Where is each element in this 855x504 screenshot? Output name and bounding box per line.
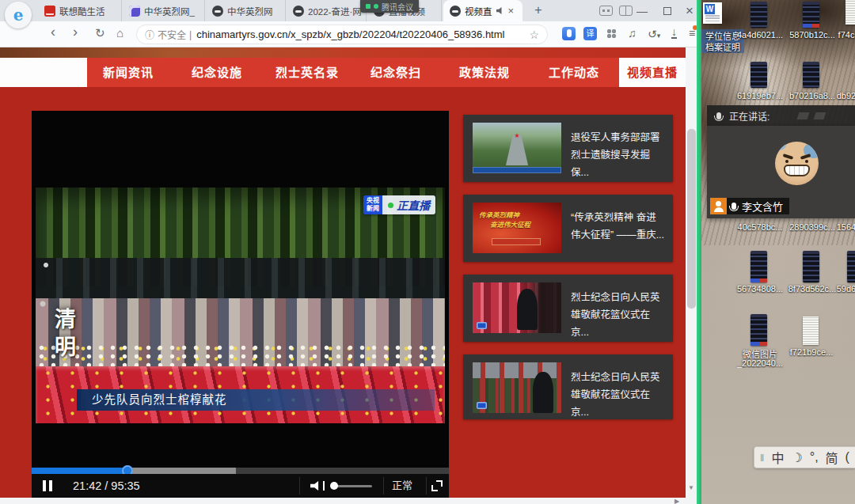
meeting-participant-tile[interactable]: 李文含竹 <box>707 126 855 218</box>
video-title[interactable]: “传承英烈精神 奋进伟大征程” ——重庆... <box>571 210 666 244</box>
video-thumbnail-wreaths[interactable] <box>473 282 561 333</box>
file-label[interactable]: 档案证明 <box>701 40 744 53</box>
tab-martyrs-net-2[interactable]: 中华英烈网 <box>206 0 286 21</box>
video-frame[interactable]: 央视 新闻 正直播 清明 少先队员向烈士棺椁献花 <box>36 188 445 423</box>
video-player[interactable]: 央视 新闻 正直播 清明 少先队员向烈士棺椁献花 <box>32 111 449 498</box>
nav-item-work-trends[interactable]: 工作动态 <box>549 58 599 87</box>
file-label[interactable]: 40c578bc... <box>735 222 785 232</box>
home-icon[interactable]: ⌂ <box>116 26 124 40</box>
file-label[interactable]: db92 <box>834 91 855 100</box>
horizontal-scrollbar[interactable]: ▶ <box>0 498 697 504</box>
video-title[interactable]: 退役军人事务部部署烈士遗骸搜寻发掘保... <box>571 130 666 182</box>
back-icon[interactable]: ‹ <box>51 24 55 40</box>
ime-shape-toggle[interactable]: ☽ <box>791 450 802 465</box>
image-file-icon[interactable] <box>803 62 819 88</box>
image-file-icon[interactable] <box>750 62 767 88</box>
related-video-card[interactable]: 烈士纪念日向人民英雄敬献花篮仪式在京... <box>463 275 673 342</box>
volume-knob[interactable] <box>330 482 338 490</box>
browser-assistant-icon[interactable] <box>599 6 613 16</box>
file-label[interactable]: 4a4d6021... <box>735 30 785 40</box>
scroll-down-icon[interactable]: ▼ <box>688 484 694 491</box>
extensions-icon[interactable] <box>606 28 618 40</box>
file-label[interactable]: _2022040... <box>728 358 792 368</box>
reload-icon[interactable]: ↻ <box>95 26 105 40</box>
ime-punctuation-toggle[interactable]: °, <box>810 450 819 464</box>
ime-extra[interactable]: ( <box>846 450 849 464</box>
ime-language-toggle[interactable]: 中 <box>771 448 784 467</box>
tab-close-icon[interactable]: × <box>508 6 515 16</box>
translate-icon[interactable]: 译 <box>583 27 597 40</box>
playback-speed-button[interactable]: 正常 <box>392 474 412 498</box>
file-label[interactable]: 1564 <box>834 222 855 232</box>
related-video-card[interactable]: 传承英烈精神 奋进伟大征程 “传承英烈精神 奋进伟大征程” ——重庆... <box>463 195 673 262</box>
divider <box>383 477 384 495</box>
file-label[interactable]: 5870b12c... <box>787 30 838 40</box>
download-icon[interactable]: ↓ <box>671 27 677 39</box>
vertical-scrollbar[interactable]: ▼ <box>686 47 697 498</box>
related-video-card[interactable]: 烈士纪念日向人民英雄敬献花篮仪式在京... <box>463 354 673 419</box>
file-label[interactable]: 61919eb7... <box>735 91 785 100</box>
scroll-right-icon[interactable]: ▶ <box>674 498 679 504</box>
image-file-icon[interactable] <box>803 2 819 28</box>
video-thumbnail-banner[interactable]: 传承英烈精神 奋进伟大征程 <box>473 203 561 253</box>
file-label[interactable]: f74c <box>834 30 855 40</box>
video-thumbnail-flower-baskets[interactable] <box>473 362 561 413</box>
mic-icon <box>716 112 721 119</box>
tencent-meeting-indicator[interactable]: 腾讯会议 <box>360 0 419 13</box>
maximize-button[interactable] <box>656 0 679 21</box>
tab-2022-forge-ahead[interactable]: 2022-奋进·网 <box>287 0 367 21</box>
url-field[interactable]: ⓘ 不安全 | chinamartyrs.gov.cn/x_spzb/x_gbz… <box>136 25 548 44</box>
image-file-icon[interactable] <box>750 251 767 282</box>
media-list-icon[interactable]: ♫ <box>628 27 636 40</box>
file-label[interactable]: f721b9ce... <box>784 347 839 357</box>
nav-item-video-live-active[interactable]: 视频直播 <box>619 58 686 87</box>
menu-icon[interactable]: ≡ <box>689 27 695 40</box>
security-status[interactable]: ⓘ 不安全 | <box>145 28 192 41</box>
video-title[interactable]: 烈士纪念日向人民英雄敬献花篮仪式在京... <box>571 290 666 342</box>
image-file-icon[interactable] <box>750 2 767 28</box>
file-label[interactable]: 59d6 <box>834 284 855 294</box>
video-thumbnail-memorial[interactable]: ★ <box>473 123 561 173</box>
ime-drag-handle[interactable]: ‖ <box>760 452 764 464</box>
reopen-closed-tab-icon[interactable]: ↺▾ <box>648 27 660 41</box>
related-video-card[interactable]: ★ 退役军人事务部部署烈士遗骸搜寻发掘保... <box>463 115 673 182</box>
tab-lenovo-life[interactable]: 联想酷生活 <box>38 0 122 21</box>
nav-item-martyrs-roll[interactable]: 烈士英名录 <box>276 58 339 87</box>
maximize-icon <box>663 7 671 15</box>
nav-item-policies[interactable]: 政策法规 <box>459 58 510 87</box>
ime-charset-toggle[interactable]: 简 <box>826 448 838 467</box>
screen: e 联想酷生活 中华英烈网_ 中华英烈网 2022-奋进·网 直播视频 <box>0 0 855 504</box>
played-bar <box>32 468 127 474</box>
new-tab-button[interactable]: + <box>529 1 548 20</box>
nav-item-news[interactable]: 新闻资讯 <box>103 58 154 87</box>
mouse-gesture-icon[interactable] <box>562 27 576 40</box>
volume-slider[interactable] <box>331 485 372 487</box>
browser-logo-icon[interactable]: e <box>5 2 32 28</box>
file-label[interactable]: 8f73d562c... <box>787 284 838 294</box>
tab-audio-icon[interactable] <box>496 7 504 14</box>
pause-icon[interactable] <box>49 480 52 491</box>
word-document-icon[interactable]: W <box>703 2 722 24</box>
image-file-icon[interactable] <box>750 314 767 346</box>
image-file-icon[interactable] <box>847 251 855 282</box>
nav-item-memorial-sweep[interactable]: 纪念祭扫 <box>370 58 421 87</box>
progress-bar[interactable] <box>32 468 449 474</box>
image-file-icon[interactable] <box>846 0 855 25</box>
tab-martyrs-net-1[interactable]: 中华英烈网_ <box>123 0 205 21</box>
file-label[interactable]: b70216a8... <box>787 91 838 100</box>
video-title[interactable]: 烈士纪念日向人民英雄敬献花篮仪式在京... <box>571 369 666 422</box>
file-label[interactable]: 2890399c... <box>787 222 838 232</box>
tab-video-live-active[interactable]: 视频直 × <box>443 0 522 21</box>
document-file-icon[interactable] <box>803 316 819 345</box>
forward-icon[interactable]: › <box>73 24 78 40</box>
volume-icon[interactable] <box>310 481 321 491</box>
fullscreen-icon[interactable] <box>431 480 443 491</box>
image-file-icon[interactable] <box>803 251 819 282</box>
file-label[interactable]: 56734808... <box>735 284 785 294</box>
nav-item-memorial-facilities[interactable]: 纪念设施 <box>192 58 242 87</box>
pause-icon[interactable] <box>43 480 46 491</box>
scrollbar-thumb[interactable] <box>687 129 696 309</box>
minimize-button[interactable]: — <box>630 0 654 21</box>
bookmark-star-icon[interactable]: ☆ <box>529 28 539 41</box>
ime-status-bar[interactable]: ‖ 中 ☽ °, 简 ( <box>754 446 855 468</box>
